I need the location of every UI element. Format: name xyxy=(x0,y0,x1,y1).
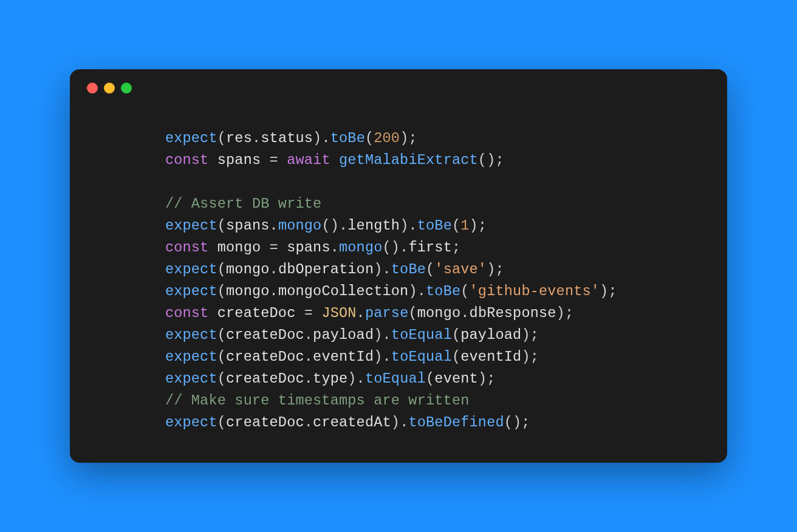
code-token: = xyxy=(261,152,287,168)
code-token: . xyxy=(330,239,339,256)
code-token: JSON xyxy=(321,305,356,321)
code-token: ). xyxy=(391,414,409,431)
code-token: ); xyxy=(400,130,417,146)
code-token: getMalabiExtract xyxy=(339,152,478,168)
code-token xyxy=(208,305,217,321)
code-token: ( xyxy=(365,130,374,146)
code-token: first xyxy=(408,239,452,256)
code-line: expect(mongo.dbOperation).toBe('save'); xyxy=(88,259,709,281)
code-token: mongo xyxy=(217,239,261,256)
code-token: . xyxy=(304,370,313,387)
code-token: (). xyxy=(383,239,409,256)
code-token: 'github-events' xyxy=(470,283,600,299)
code-line: expect(res.status).toBe(200); xyxy=(88,128,709,149)
code-token: spans xyxy=(226,217,270,234)
code-token: ). xyxy=(347,370,365,387)
code-token: // Make sure timestamps are written xyxy=(165,392,470,409)
code-token: ( xyxy=(217,261,226,278)
code-token: ( xyxy=(426,261,434,278)
window-titlebar xyxy=(70,69,727,94)
code-line: expect(mongo.mongoCollection).toBe('gith… xyxy=(88,281,709,302)
close-icon[interactable] xyxy=(87,83,98,94)
code-token xyxy=(330,152,339,168)
code-token: ); xyxy=(521,327,539,343)
code-token: mongo xyxy=(226,283,270,299)
code-token: mongoCollection xyxy=(278,283,409,299)
code-token: ( xyxy=(452,327,460,343)
code-token: eventId xyxy=(460,349,521,365)
code-token: ( xyxy=(217,370,226,387)
code-token: const xyxy=(165,239,209,256)
code-token: spans xyxy=(287,239,330,256)
code-token: ; xyxy=(452,239,460,256)
code-token: ( xyxy=(217,414,226,431)
maximize-icon[interactable] xyxy=(121,83,132,94)
code-area: expect(res.status).toBe(200);const spans… xyxy=(70,94,727,434)
code-token: expect xyxy=(165,261,217,278)
code-token: expect xyxy=(165,217,217,234)
code-token: ). xyxy=(313,130,330,146)
code-line: expect(createDoc.type).toEqual(event); xyxy=(88,368,709,390)
code-token: expect xyxy=(165,327,217,343)
code-token: . xyxy=(252,130,261,146)
code-token: 200 xyxy=(374,130,400,146)
code-line: expect(createDoc.createdAt).toBeDefined(… xyxy=(88,412,709,434)
code-token: eventId xyxy=(313,349,374,365)
code-line: // Assert DB write xyxy=(88,193,709,215)
code-token: . xyxy=(270,217,278,234)
code-token: expect xyxy=(165,349,217,365)
code-token: createDoc xyxy=(226,414,304,431)
code-line: expect(createDoc.eventId).toEqual(eventI… xyxy=(88,346,709,368)
code-token: expect xyxy=(165,283,217,299)
code-token: (); xyxy=(504,414,530,431)
minimize-icon[interactable] xyxy=(104,83,115,94)
code-token: // Assert DB write xyxy=(165,196,321,212)
code-token: createdAt xyxy=(313,414,391,431)
code-token: ( xyxy=(408,305,417,321)
code-token: createDoc xyxy=(226,370,304,387)
code-token: ). xyxy=(374,327,391,343)
code-token: toBe xyxy=(391,261,426,278)
code-token: expect xyxy=(165,414,217,431)
code-token: ( xyxy=(217,349,226,365)
code-token: = xyxy=(295,305,321,321)
code-token: ); xyxy=(487,261,504,278)
code-token: ); xyxy=(600,283,617,299)
code-line: // Make sure timestamps are written xyxy=(88,390,709,412)
code-token: event xyxy=(434,370,478,387)
code-token: ); xyxy=(521,349,539,365)
code-token: await xyxy=(287,152,330,168)
code-line: const mongo = spans.mongo().first; xyxy=(88,237,709,259)
code-token: ); xyxy=(478,370,496,387)
code-token: expect xyxy=(165,130,217,146)
code-token: 1 xyxy=(460,217,469,234)
code-line: expect(createDoc.payload).toEqual(payloa… xyxy=(88,324,709,346)
code-token: spans xyxy=(217,152,261,168)
code-token: mongo xyxy=(278,217,322,234)
code-token: toBeDefined xyxy=(408,414,504,431)
code-token: dbResponse xyxy=(470,305,556,321)
code-token: payload xyxy=(460,327,521,343)
code-token: toEqual xyxy=(391,327,452,343)
code-token: ( xyxy=(426,370,434,387)
code-token: . xyxy=(460,305,469,321)
code-token: toEqual xyxy=(365,370,426,387)
code-token: createDoc xyxy=(226,327,304,343)
code-token: ( xyxy=(452,349,460,365)
code-token: = xyxy=(261,239,287,256)
code-token: ); xyxy=(556,305,574,321)
code-token: dbOperation xyxy=(278,261,374,278)
code-token: toBe xyxy=(417,217,452,234)
code-token: . xyxy=(270,261,278,278)
code-line: const spans = await getMalabiExtract(); xyxy=(88,149,709,171)
code-token: status xyxy=(261,130,313,146)
code-token: toBe xyxy=(330,130,365,146)
code-token: ( xyxy=(460,283,469,299)
code-window: expect(res.status).toBe(200);const spans… xyxy=(70,69,727,463)
code-token: 'save' xyxy=(434,261,487,278)
code-token: expect xyxy=(165,370,217,387)
code-token: toBe xyxy=(426,283,460,299)
code-token: . xyxy=(304,414,313,431)
code-token xyxy=(208,239,217,256)
code-token: type xyxy=(313,370,347,387)
